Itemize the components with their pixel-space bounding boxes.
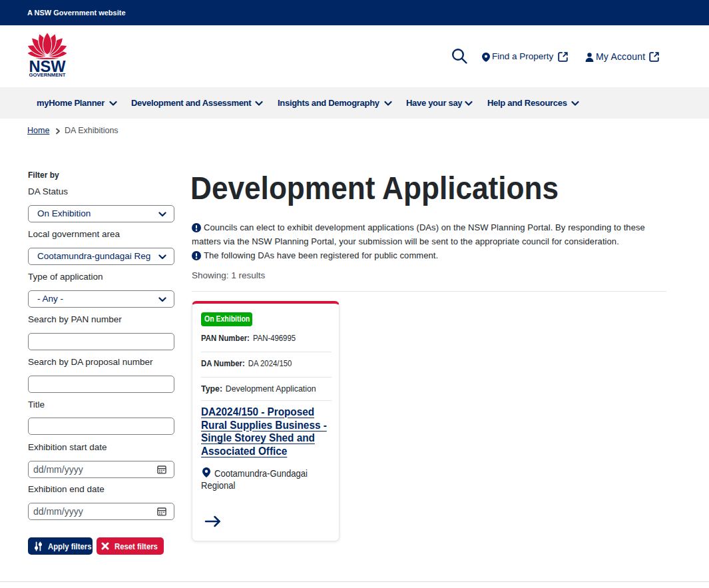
svg-text:GOVERNMENT: GOVERNMENT (29, 72, 66, 77)
